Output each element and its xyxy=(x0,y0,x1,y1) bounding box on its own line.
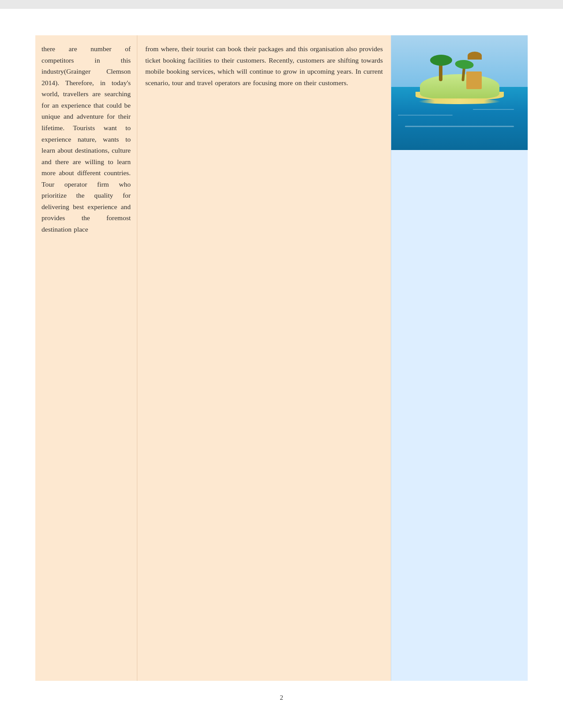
right-column xyxy=(391,35,528,681)
left-column-text: there are number of competitors in this … xyxy=(42,45,131,233)
page-footer: 2 xyxy=(35,694,528,702)
building-dome xyxy=(468,52,482,60)
left-column: there are number of competitors in this … xyxy=(35,35,137,681)
island-image xyxy=(391,35,528,150)
page: there are number of competitors in this … xyxy=(0,9,563,728)
middle-column: from where, their tourist can book their… xyxy=(137,35,391,681)
page-number: 2 xyxy=(280,694,283,701)
island-scene xyxy=(391,35,528,150)
island-land xyxy=(420,74,499,98)
palm-tree-1 xyxy=(439,59,442,81)
beach-strip xyxy=(419,99,500,104)
middle-column-text: from where, their tourist can book their… xyxy=(145,45,383,86)
content-area: there are number of competitors in this … xyxy=(35,35,528,681)
water-shimmer-1 xyxy=(405,126,514,127)
water-shimmer-2 xyxy=(398,115,453,116)
right-column-lower xyxy=(391,150,528,681)
building xyxy=(466,71,482,89)
water-shimmer-3 xyxy=(473,109,514,110)
